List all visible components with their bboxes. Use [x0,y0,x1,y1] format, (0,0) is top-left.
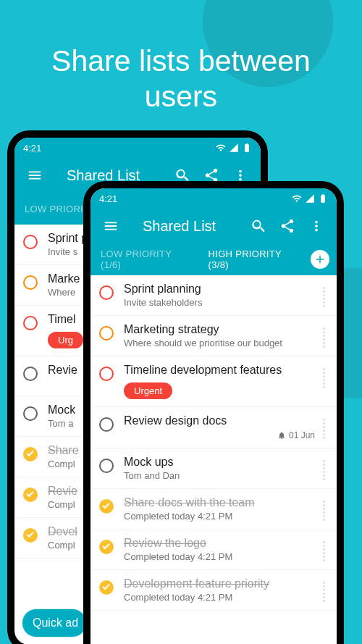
status-time: 4:21 [23,143,41,154]
task-checkbox[interactable] [22,446,39,463]
share-button[interactable] [273,212,302,241]
task-checkbox[interactable] [22,405,39,422]
task-subtitle: Completed today 4:21 PM [124,551,315,562]
task-item[interactable]: Marketing strategyWhere should we priori… [90,316,337,356]
tabs: LOW PRIORITY (1/6) HIGH PRIORITY (3/8) [90,243,337,275]
task-title: Mock ups [124,456,315,469]
task-item[interactable]: Development feature priorityCompleted to… [90,570,337,611]
svg-point-10 [100,367,113,380]
task-checkbox[interactable] [22,233,39,251]
signal-icon [229,143,239,153]
search-button[interactable] [244,212,273,241]
battery-icon [318,193,328,204]
svg-point-8 [100,286,113,299]
task-checkbox[interactable] [98,325,115,342]
share-icon [279,218,295,234]
drag-handle-icon[interactable] [315,283,332,307]
task-item[interactable]: Mock upsTom and Dan [90,448,337,489]
task-checkbox[interactable] [98,416,115,433]
svg-point-9 [100,327,113,340]
search-icon [251,218,266,234]
menu-button[interactable] [20,161,49,190]
drag-handle-icon[interactable] [315,577,332,602]
tab-low-priority[interactable]: LOW PRIORITY (1/6) [93,240,201,279]
status-bar: 4:21 [90,188,337,209]
task-checkbox[interactable] [22,365,39,382]
task-title: Development feature priority [124,577,315,590]
task-checkbox[interactable] [22,274,39,291]
drag-handle-icon[interactable] [315,323,332,348]
phone-front: 4:21 Shared List LO [83,181,344,644]
task-subtitle: Tom and Dan [124,470,315,481]
quick-add-button[interactable]: Quick ad [22,609,87,637]
task-item[interactable]: Review the logoCompleted today 4:21 PM [90,530,337,570]
task-checkbox[interactable] [98,284,115,301]
svg-point-3 [24,367,37,380]
task-checkbox[interactable] [22,486,39,503]
svg-point-2 [24,317,37,330]
menu-icon [27,167,43,183]
task-checkbox[interactable] [22,527,39,544]
hero-text: Share lists between users [18,43,344,114]
drag-handle-icon[interactable] [315,537,332,561]
overflow-button[interactable] [302,212,331,241]
app-bar: Shared List [90,209,337,243]
task-checkbox[interactable] [98,579,115,596]
svg-point-11 [100,418,113,431]
task-item[interactable]: Review design docs01 Jun [90,407,337,448]
task-title: Marketing strategy [124,323,315,336]
task-title: Share docs with the team [124,496,315,509]
task-checkbox[interactable] [98,538,115,556]
task-checkbox[interactable] [98,365,115,382]
drag-handle-icon[interactable] [315,496,332,521]
task-subtitle: Invite stakeholders [124,297,315,308]
battery-icon [242,143,252,153]
menu-button[interactable] [96,212,125,241]
signal-icon [305,193,315,204]
task-list: Sprint planningInvite stakeholders Marke… [90,275,337,611]
svg-point-12 [100,459,113,472]
svg-point-0 [24,235,37,248]
status-bar: 4:21 [14,138,261,158]
drag-handle-icon[interactable] [315,456,332,480]
add-tab-button[interactable] [311,250,329,269]
task-item[interactable]: Share docs with the teamCompleted today … [90,489,337,530]
task-title: Sprint planning [124,283,315,296]
drag-handle-icon[interactable] [315,364,332,388]
app-title: Shared List [143,218,244,235]
status-time: 4:21 [99,193,117,204]
overflow-icon [308,218,324,234]
task-checkbox[interactable] [98,457,115,474]
svg-point-4 [24,407,37,420]
task-subtitle: Where should we prioritise our budget [124,338,315,348]
tab-low-priority[interactable]: LOW PRIORI [17,195,90,223]
task-item[interactable]: Timeline development featuresUrgent [90,356,337,407]
svg-point-1 [24,276,37,289]
wifi-icon [292,193,302,204]
menu-icon [103,218,119,234]
tab-high-priority[interactable]: HIGH PRIORITY (3/8) [201,240,311,279]
task-item[interactable]: Sprint planningInvite stakeholders [90,275,337,316]
task-title: Timeline development features [124,364,315,377]
plus-icon [313,253,327,266]
drag-handle-icon[interactable] [315,414,332,439]
task-reminder: 01 Jun [124,430,315,440]
task-title: Review the logo [124,537,315,550]
task-tag-urgent: Urg [48,332,83,348]
task-checkbox[interactable] [98,498,115,515]
bell-icon [277,431,286,440]
task-subtitle: Completed today 4:21 PM [124,592,315,603]
task-tag-urgent: Urgent [124,382,172,399]
task-checkbox[interactable] [22,314,39,332]
task-title: Review design docs [124,414,315,427]
wifi-icon [216,143,226,153]
task-subtitle: Completed today 4:21 PM [124,511,315,522]
